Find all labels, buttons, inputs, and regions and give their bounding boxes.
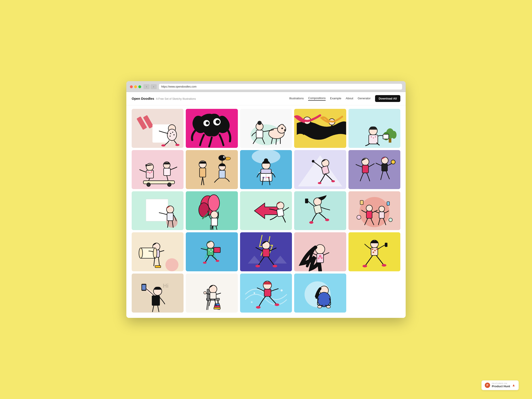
gallery-item-18[interactable] xyxy=(240,232,292,271)
gallery-item-13[interactable] xyxy=(240,191,292,230)
gallery-item-24[interactable] xyxy=(294,273,346,313)
svg-point-196 xyxy=(204,291,206,294)
svg-text:Hi: Hi xyxy=(163,283,169,289)
browser-controls: ‹ › xyxy=(130,84,402,89)
svg-point-18 xyxy=(206,121,209,125)
svg-rect-150 xyxy=(214,247,220,253)
svg-point-56 xyxy=(168,183,171,186)
svg-rect-96 xyxy=(146,199,168,221)
svg-point-174 xyxy=(362,265,367,267)
forward-button[interactable]: › xyxy=(151,84,157,89)
svg-point-11 xyxy=(174,134,175,135)
svg-rect-41 xyxy=(369,135,378,144)
svg-point-49 xyxy=(147,171,149,173)
browser-window: ‹ › Open Doodles A Free Set of Sketchy I… xyxy=(126,81,406,318)
minimize-button[interactable] xyxy=(134,85,137,88)
svg-point-12 xyxy=(170,136,171,137)
nav-generator[interactable]: Generator xyxy=(358,97,371,101)
svg-rect-186 xyxy=(207,289,209,301)
svg-rect-89 xyxy=(348,150,400,189)
product-hunt-badge[interactable]: P FEATURED ON Product Hunt ▲ xyxy=(481,380,519,390)
gallery-item-11[interactable] xyxy=(132,191,184,230)
svg-rect-132 xyxy=(379,212,384,218)
nav-illustrations[interactable]: Illustrations xyxy=(289,97,304,101)
gallery-item-14[interactable] xyxy=(294,191,346,230)
maximize-button[interactable] xyxy=(138,85,141,88)
product-hunt-icon: P xyxy=(485,383,490,388)
svg-point-13 xyxy=(161,145,165,146)
nav-example[interactable]: Example xyxy=(330,97,341,101)
svg-point-134 xyxy=(165,259,178,272)
gallery-item-4[interactable] xyxy=(294,109,346,148)
svg-point-9 xyxy=(170,133,171,134)
svg-point-43 xyxy=(373,137,374,139)
traffic-lights xyxy=(130,85,141,88)
svg-point-128 xyxy=(389,218,392,222)
svg-point-50 xyxy=(149,172,151,174)
svg-rect-126 xyxy=(387,202,389,205)
svg-point-44 xyxy=(375,136,376,137)
gallery-item-22[interactable] xyxy=(186,273,238,313)
svg-point-74 xyxy=(264,158,268,163)
svg-point-209 xyxy=(318,305,322,308)
svg-rect-110 xyxy=(211,218,217,226)
gallery-item-17[interactable] xyxy=(186,232,238,271)
svg-point-14 xyxy=(175,144,180,146)
gallery-item-5[interactable] xyxy=(348,109,400,148)
svg-point-39 xyxy=(391,131,396,139)
svg-point-164 xyxy=(318,257,320,259)
browser-content: Open Doodles A Free Set of Sketchy Illus… xyxy=(126,92,406,318)
gallery-item-2[interactable] xyxy=(186,109,238,148)
product-hunt-arrow: ▲ xyxy=(512,383,515,387)
gallery-item-15[interactable] xyxy=(348,191,400,230)
svg-point-10 xyxy=(172,132,173,133)
svg-point-47 xyxy=(146,163,154,171)
gallery-item-9[interactable] xyxy=(294,150,346,189)
svg-point-157 xyxy=(272,265,277,267)
back-button[interactable]: ‹ xyxy=(143,84,150,89)
gallery-item-10[interactable] xyxy=(348,150,400,189)
svg-point-172 xyxy=(373,252,374,253)
gallery-item-23[interactable] xyxy=(240,273,292,313)
nav-compositions[interactable]: Compositions xyxy=(308,96,326,101)
svg-rect-45 xyxy=(383,134,389,139)
site-brand: Open Doodles A Free Set of Sketchy Illus… xyxy=(132,97,196,101)
gallery-item-21[interactable]: Hi xyxy=(132,273,184,313)
svg-point-203 xyxy=(281,290,283,291)
gallery-item-19[interactable] xyxy=(294,232,346,271)
svg-rect-192 xyxy=(214,305,220,307)
svg-rect-119 xyxy=(305,198,308,203)
gallery-item-3[interactable] xyxy=(240,109,292,148)
close-button[interactable] xyxy=(130,85,133,88)
svg-rect-137 xyxy=(141,248,155,259)
svg-point-109 xyxy=(211,211,218,218)
svg-point-24 xyxy=(281,127,283,129)
gallery-item-12[interactable] xyxy=(186,191,238,230)
svg-point-42 xyxy=(371,136,372,137)
svg-point-30 xyxy=(257,121,262,125)
gallery-item-16[interactable] xyxy=(132,232,184,271)
download-all-button[interactable]: Download All xyxy=(375,95,400,102)
address-bar[interactable] xyxy=(159,84,402,89)
svg-point-210 xyxy=(327,305,331,308)
svg-rect-191 xyxy=(214,307,220,309)
svg-rect-179 xyxy=(142,285,146,290)
brand-tagline: A Free Set of Sketchy Illustrations xyxy=(156,97,196,101)
svg-text:SVG: SVG xyxy=(262,177,266,178)
svg-point-88 xyxy=(331,180,335,182)
gallery-item-8[interactable]: SVG PNG xyxy=(240,150,292,189)
nav-about[interactable]: About xyxy=(346,97,353,101)
svg-point-68 xyxy=(224,157,225,158)
gallery-item-7[interactable] xyxy=(186,150,238,189)
gallery-item-6[interactable] xyxy=(132,150,184,189)
gallery-item-1[interactable] xyxy=(132,109,184,148)
gallery-item-20[interactable] xyxy=(348,232,400,271)
svg-rect-130 xyxy=(366,211,372,218)
svg-rect-91 xyxy=(362,165,368,173)
svg-point-170 xyxy=(374,250,376,251)
svg-point-84 xyxy=(322,159,329,167)
svg-rect-99 xyxy=(167,213,173,221)
svg-point-55 xyxy=(147,183,150,186)
svg-rect-125 xyxy=(360,200,363,205)
browser-nav-buttons: ‹ › xyxy=(143,84,157,89)
